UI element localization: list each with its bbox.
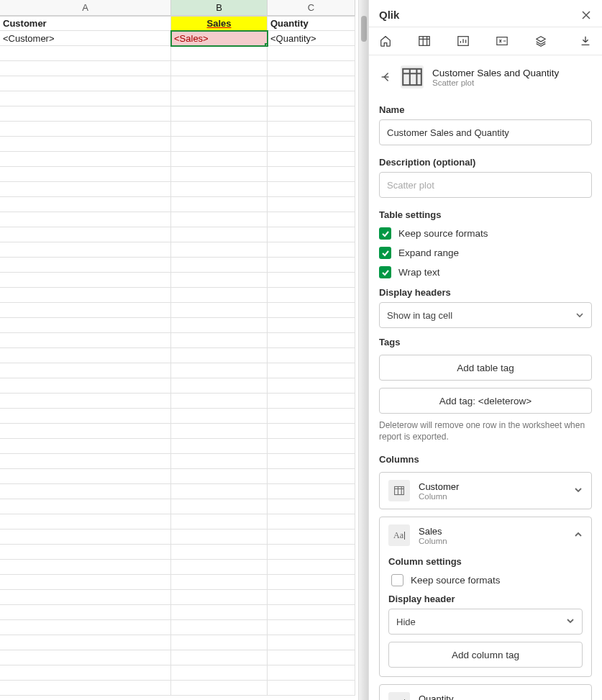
cell-empty[interactable]	[268, 46, 355, 61]
cell-empty[interactable]	[0, 197, 171, 212]
cell-empty[interactable]	[268, 318, 355, 333]
checkbox-icon[interactable]	[391, 574, 403, 586]
cell-empty[interactable]	[171, 620, 268, 635]
cell-empty[interactable]	[0, 439, 171, 454]
cell-empty[interactable]	[268, 529, 355, 545]
col-header-a[interactable]: A	[0, 0, 171, 16]
cell-empty[interactable]	[0, 484, 171, 499]
cell-empty[interactable]	[268, 575, 355, 590]
cell-empty[interactable]	[0, 242, 171, 258]
cell-empty[interactable]	[171, 545, 268, 560]
column-card-header[interactable]: AaSalesColumn	[380, 517, 591, 553]
cell-empty[interactable]	[171, 469, 268, 484]
cell-empty[interactable]	[171, 363, 268, 378]
cell-empty[interactable]	[0, 560, 171, 575]
cell-empty[interactable]	[0, 635, 171, 650]
cell-empty[interactable]	[268, 635, 355, 650]
cell-empty[interactable]	[0, 106, 171, 122]
cell-empty[interactable]	[171, 454, 268, 469]
cell-empty[interactable]	[171, 182, 268, 197]
cell-empty[interactable]	[0, 227, 171, 242]
cell-empty[interactable]	[0, 454, 171, 469]
cell-empty[interactable]	[171, 499, 268, 514]
cell-empty[interactable]	[268, 61, 355, 76]
back-icon[interactable]	[379, 71, 392, 83]
cell-empty[interactable]	[268, 91, 355, 106]
cell-empty[interactable]	[268, 137, 355, 152]
name-input[interactable]	[379, 119, 592, 145]
cell-empty[interactable]	[268, 484, 355, 499]
table-icon[interactable]	[418, 35, 431, 47]
cell-empty[interactable]	[171, 514, 268, 529]
cell-empty[interactable]	[268, 560, 355, 575]
cell-empty[interactable]	[268, 454, 355, 469]
cell-empty[interactable]	[268, 409, 355, 424]
download-icon[interactable]	[579, 35, 592, 47]
cell-empty[interactable]	[0, 529, 171, 545]
cell-empty[interactable]	[0, 212, 171, 227]
cell-empty[interactable]	[0, 650, 171, 665]
display-header-select[interactable]: Hide	[388, 609, 583, 635]
cell-empty[interactable]	[0, 137, 171, 152]
cell-empty[interactable]	[171, 665, 268, 681]
cell-empty[interactable]	[0, 152, 171, 167]
cell-empty[interactable]	[0, 424, 171, 439]
add-deleterow-tag-button[interactable]: Add tag: <deleterow>	[379, 388, 592, 414]
cell-empty[interactable]	[0, 122, 171, 137]
cell-empty[interactable]	[171, 167, 268, 182]
cell-empty[interactable]	[0, 575, 171, 590]
cell-empty[interactable]	[171, 91, 268, 106]
cell-empty[interactable]	[268, 439, 355, 454]
cell-empty[interactable]	[171, 137, 268, 152]
cell-empty[interactable]	[171, 484, 268, 499]
cell-empty[interactable]	[171, 46, 268, 61]
cell-empty[interactable]	[268, 424, 355, 439]
chevron-up-icon[interactable]	[574, 529, 583, 542]
cell-empty[interactable]	[0, 378, 171, 394]
cell-empty[interactable]	[268, 212, 355, 227]
cell-empty[interactable]	[0, 409, 171, 424]
cell-a2[interactable]: <Customer>	[0, 31, 171, 46]
cell-empty[interactable]	[0, 76, 171, 91]
cell-empty[interactable]	[0, 545, 171, 560]
cell-empty[interactable]	[171, 605, 268, 620]
cell-empty[interactable]	[0, 303, 171, 318]
setting-check[interactable]: Keep source formats	[379, 227, 592, 240]
cell-empty[interactable]	[171, 61, 268, 76]
cell-empty[interactable]	[171, 575, 268, 590]
cell-empty[interactable]	[268, 182, 355, 197]
cell-empty[interactable]	[171, 590, 268, 605]
close-icon[interactable]	[580, 9, 592, 21]
cell-empty[interactable]	[268, 650, 355, 665]
home-icon[interactable]	[379, 35, 392, 47]
cell-empty[interactable]	[268, 333, 355, 348]
add-column-tag-button[interactable]: Add column tag	[388, 642, 583, 668]
cell-empty[interactable]	[171, 348, 268, 363]
col-header-b[interactable]: B	[171, 0, 268, 16]
cell-empty[interactable]	[268, 288, 355, 303]
cell-empty[interactable]	[268, 681, 355, 696]
cell-empty[interactable]	[268, 363, 355, 378]
cell-empty[interactable]	[268, 152, 355, 167]
cell-empty[interactable]	[171, 212, 268, 227]
cell-empty[interactable]	[268, 258, 355, 273]
checkbox-icon[interactable]	[379, 266, 391, 278]
cell-empty[interactable]	[171, 227, 268, 242]
display-headers-select[interactable]: Show in tag cell	[379, 302, 592, 328]
cell-empty[interactable]	[0, 469, 171, 484]
cell-empty[interactable]	[0, 514, 171, 529]
layers-icon[interactable]	[534, 35, 547, 47]
cell-empty[interactable]	[171, 333, 268, 348]
cell-empty[interactable]	[268, 242, 355, 258]
cell-empty[interactable]	[268, 76, 355, 91]
cell-empty[interactable]	[268, 197, 355, 212]
setting-check[interactable]: Expand range	[379, 247, 592, 259]
cell-empty[interactable]	[268, 273, 355, 288]
cell-empty[interactable]	[171, 424, 268, 439]
cell-empty[interactable]	[0, 91, 171, 106]
cell-empty[interactable]	[268, 122, 355, 137]
cell-empty[interactable]	[0, 46, 171, 61]
cell-empty[interactable]	[268, 378, 355, 394]
chevron-down-icon[interactable]	[574, 696, 583, 700]
cell-empty[interactable]	[0, 590, 171, 605]
